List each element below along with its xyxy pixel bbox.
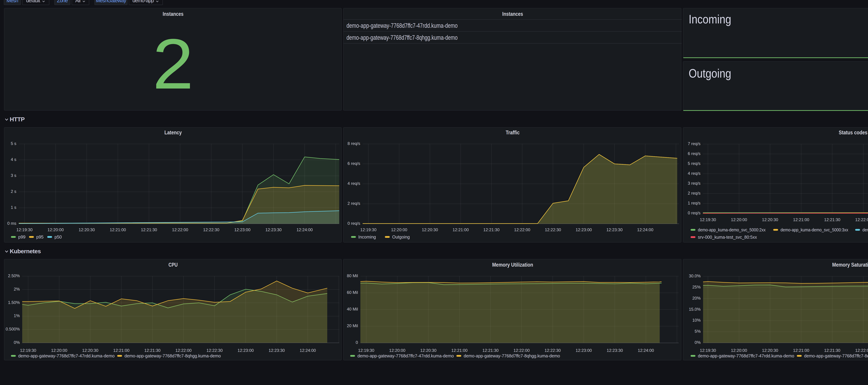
- svg-text:5 s: 5 s: [11, 141, 16, 146]
- svg-text:Instances: Instances: [163, 11, 184, 17]
- svg-text:p99: p99: [18, 234, 26, 239]
- svg-text:12:19:30: 12:19:30: [358, 348, 374, 353]
- svg-text:12:19:30: 12:19:30: [16, 227, 32, 232]
- svg-text:4 req/s: 4 req/s: [347, 181, 360, 186]
- svg-text:Instances: Instances: [502, 11, 523, 17]
- svg-text:12:22:00: 12:22:00: [175, 348, 191, 353]
- svg-text:Outgoing: Outgoing: [689, 67, 731, 80]
- svg-text:Outgoing: Outgoing: [392, 234, 410, 239]
- svg-text:12:22:00: 12:22:00: [855, 348, 868, 353]
- svg-text:2 req/s: 2 req/s: [347, 201, 360, 206]
- svg-text:Traffic: Traffic: [506, 129, 520, 135]
- svg-text:4 s: 4 s: [11, 157, 16, 162]
- svg-text:12:22:00: 12:22:00: [514, 227, 530, 232]
- svg-text:30.0%: 30.0%: [689, 274, 701, 278]
- svg-text:12:20:30: 12:20:30: [762, 348, 778, 353]
- svg-text:1%: 1%: [14, 313, 20, 318]
- svg-text:12:21:30: 12:21:30: [824, 348, 840, 353]
- svg-text:0.500%: 0.500%: [6, 327, 20, 331]
- svg-text:12:19:30: 12:19:30: [20, 348, 36, 353]
- svg-text:Incoming: Incoming: [358, 234, 376, 239]
- svg-text:CPU: CPU: [168, 262, 178, 268]
- svg-text:Latency: Latency: [164, 129, 182, 135]
- svg-text:7 req/s: 7 req/s: [688, 141, 701, 146]
- svg-text:12:20:00: 12:20:00: [731, 217, 747, 222]
- svg-text:5%: 5%: [694, 329, 701, 333]
- svg-text:demo-app-gateway-7768d7ffc7-8q: demo-app-gateway-7768d7ffc7-8qhgg.kuma-d…: [464, 353, 560, 358]
- svg-text:12:21:00: 12:21:00: [793, 217, 809, 222]
- svg-text:Memory Utilization: Memory Utilization: [492, 262, 533, 268]
- svg-text:12:24:00: 12:24:00: [297, 227, 313, 232]
- svg-text:demo-app-gateway-7768d7ffc7-8q: demo-app-gateway-7768d7ffc7-8qhgg.kuma-d…: [804, 353, 868, 358]
- svg-text:12:20:00: 12:20:00: [391, 227, 407, 232]
- svg-text:2%: 2%: [14, 287, 20, 291]
- svg-text:12:20:30: 12:20:30: [82, 348, 98, 353]
- svg-text:p95: p95: [36, 234, 43, 239]
- svg-text:12:20:30: 12:20:30: [79, 227, 95, 232]
- svg-text:demo-app-gateway-7768d7ffc7-47: demo-app-gateway-7768d7ffc7-47rdd.kuma-d…: [358, 353, 454, 358]
- svg-text:Memory Saturation: Memory Saturation: [832, 262, 868, 268]
- svg-text:60 Mil: 60 Mil: [347, 290, 358, 295]
- svg-text:3 s: 3 s: [11, 173, 16, 178]
- svg-text:demo-app-gateway-7768d7ffc7-47: demo-app-gateway-7768d7ffc7-47rdd.kuma-d…: [346, 22, 458, 29]
- svg-text:12:23:00: 12:23:00: [238, 348, 254, 353]
- svg-text:6 req/s: 6 req/s: [688, 151, 701, 156]
- svg-text:12:20:00: 12:20:00: [731, 348, 747, 353]
- svg-text:12:19:30: 12:19:30: [700, 348, 716, 353]
- svg-text:12:20:30: 12:20:30: [762, 217, 778, 222]
- svg-text:1 s: 1 s: [11, 205, 16, 210]
- svg-text:15.0%: 15.0%: [689, 307, 701, 312]
- svg-text:12:21:30: 12:21:30: [824, 217, 840, 222]
- svg-text:4 req/s: 4 req/s: [688, 171, 701, 176]
- svg-text:12:23:30: 12:23:30: [607, 348, 623, 353]
- svg-text:2: 2: [153, 24, 194, 104]
- svg-text:6 req/s: 6 req/s: [347, 161, 360, 166]
- svg-text:demo-app_kuma-demo_svc_5000:2x: demo-app_kuma-demo_svc_5000:2xx: [698, 227, 766, 232]
- svg-text:12:24:00: 12:24:00: [638, 348, 654, 353]
- svg-text:12:21:00: 12:21:00: [793, 348, 809, 353]
- svg-text:demo-app-gateway-7768d7ffc7-8q: demo-app-gateway-7768d7ffc7-8qhgg.kuma-d…: [346, 34, 458, 41]
- svg-text:20%: 20%: [692, 296, 701, 300]
- svg-text:demo-app-gateway-7768d7ffc7-8q: demo-app-gateway-7768d7ffc7-8qhgg.kuma-d…: [124, 353, 221, 358]
- svg-text:demo-app-gateway-7768d7ffc7-47: demo-app-gateway-7768d7ffc7-47rdd.kuma-d…: [18, 353, 115, 358]
- svg-text:25%: 25%: [692, 285, 701, 289]
- svg-text:8 req/s: 8 req/s: [347, 141, 360, 146]
- svg-text:2.50%: 2.50%: [8, 274, 20, 278]
- svg-text:12:23:00: 12:23:00: [234, 227, 250, 232]
- svg-text:Status codes: Status codes: [839, 129, 867, 135]
- svg-text:12:21:00: 12:21:00: [113, 348, 129, 353]
- svg-text:1.50%: 1.50%: [8, 300, 20, 305]
- svg-text:demo-app-gateway-7768d7ffc7-47: demo-app-gateway-7768d7ffc7-47rdd.kuma-d…: [698, 353, 794, 358]
- svg-text:40 Mil: 40 Mil: [347, 307, 358, 312]
- svg-text:0%: 0%: [14, 340, 20, 345]
- svg-text:2 s: 2 s: [11, 189, 16, 194]
- svg-text:80 Mil: 80 Mil: [347, 274, 358, 278]
- svg-text:12:22:00: 12:22:00: [172, 227, 188, 232]
- svg-text:12:21:30: 12:21:30: [483, 227, 499, 232]
- svg-text:3 req/s: 3 req/s: [688, 181, 701, 186]
- svg-text:12:21:30: 12:21:30: [141, 227, 157, 232]
- svg-text:p50: p50: [55, 234, 62, 239]
- svg-text:12:22:00: 12:22:00: [855, 217, 868, 222]
- svg-text:0 ms: 0 ms: [7, 221, 16, 226]
- svg-text:0%: 0%: [694, 340, 701, 345]
- svg-text:12:22:30: 12:22:30: [545, 227, 561, 232]
- svg-text:12:19:30: 12:19:30: [700, 217, 716, 222]
- svg-text:12:22:00: 12:22:00: [514, 348, 530, 353]
- svg-text:12:21:30: 12:21:30: [144, 348, 160, 353]
- svg-text:12:21:00: 12:21:00: [453, 227, 469, 232]
- svg-text:12:23:30: 12:23:30: [266, 227, 282, 232]
- svg-text:0 req/s: 0 req/s: [688, 211, 701, 215]
- svg-text:12:20:00: 12:20:00: [48, 227, 64, 232]
- svg-text:demo-app_kuma-demo_svc_5000:4x: demo-app_kuma-demo_svc_5000:4xx: [863, 227, 868, 232]
- svg-text:10%: 10%: [692, 318, 701, 322]
- svg-text:12:24:00: 12:24:00: [637, 227, 653, 232]
- svg-text:0: 0: [356, 340, 358, 345]
- svg-text:0 req/s: 0 req/s: [347, 221, 360, 226]
- svg-text:1 req/s: 1 req/s: [688, 201, 701, 205]
- svg-text:12:23:00: 12:23:00: [576, 227, 592, 232]
- svg-text:12:19:30: 12:19:30: [360, 227, 376, 232]
- svg-text:12:21:30: 12:21:30: [483, 348, 499, 353]
- svg-text:12:23:00: 12:23:00: [576, 348, 592, 353]
- svg-text:5 req/s: 5 req/s: [688, 161, 701, 166]
